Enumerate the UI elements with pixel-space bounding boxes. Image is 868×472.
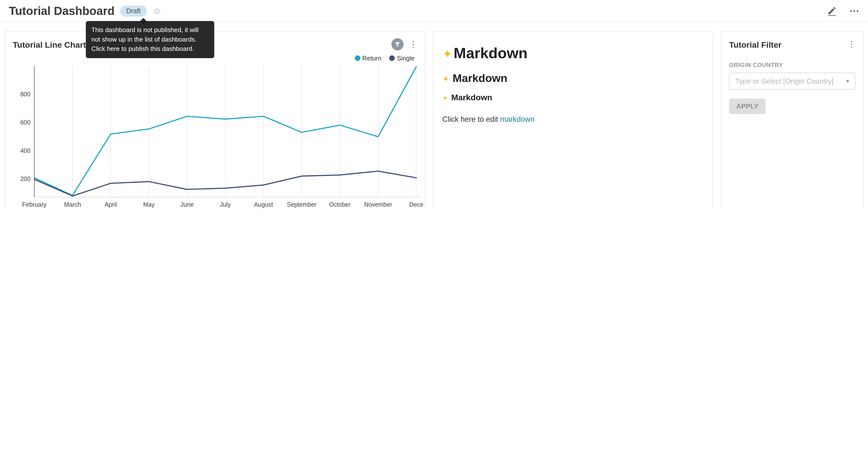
sparkles-icon: ✦ — [442, 47, 453, 61]
svg-text:June: June — [181, 201, 194, 208]
svg-text:September: September — [287, 201, 317, 208]
svg-text:200: 200 — [20, 175, 31, 182]
svg-text:April: April — [105, 201, 117, 208]
markdown-h2: ✦Markdown — [442, 72, 704, 85]
dashboard-page: Tutorial Dashboard Draft ☆ This dashboar… — [0, 0, 868, 209]
chart-kebab-icon[interactable]: ⋮ — [409, 38, 417, 50]
svg-text:March: March — [64, 201, 81, 208]
legend-dot — [389, 55, 395, 61]
markdown-h3: ✦Markdown — [442, 92, 704, 102]
svg-text:800: 800 — [20, 91, 31, 97]
filter-card-header: Tutorial Filter ⋮ — [721, 32, 863, 50]
chart-legend: ReturnSingle — [354, 55, 415, 61]
markdown-h1: ✦Markdown — [442, 45, 704, 62]
legend-item-single[interactable]: Single — [389, 55, 415, 61]
more-actions-icon[interactable] — [849, 6, 859, 16]
origin-country-select[interactable]: Type or Select [Origin Country] ▾ — [729, 72, 855, 90]
header-actions — [827, 6, 859, 16]
select-placeholder: Type or Select [Origin Country] — [735, 77, 834, 85]
markdown-paragraph: Click here to edit markdown — [442, 115, 704, 123]
publish-tooltip[interactable]: This dashboard is not published, it will… — [86, 21, 214, 58]
svg-text:October: October — [329, 201, 351, 208]
line-chart-title: Tutorial Line Chart — [13, 40, 86, 49]
legend-label: Return — [362, 55, 381, 61]
applied-filter-icon[interactable] — [392, 38, 404, 50]
filter-card: Tutorial Filter ⋮ ORIGIN COUNTRY Type or… — [721, 31, 864, 209]
svg-text:Dece: Dece — [409, 201, 424, 208]
line-chart-card: Tutorial Line Chart ⋮ ReturnSingle 20040… — [4, 31, 425, 209]
filter-card-title: Tutorial Filter — [729, 40, 781, 49]
line-chart-card-header: Tutorial Line Chart ⋮ — [5, 32, 425, 50]
legend-item-return[interactable]: Return — [354, 55, 381, 61]
markdown-card: ✦Markdown ✦Markdown ✦Markdown Click here… — [433, 31, 713, 209]
origin-country-label: ORIGIN COUNTRY — [729, 61, 855, 68]
legend-label: Single — [397, 55, 414, 61]
edit-markdown-link[interactable]: markdown — [500, 115, 534, 123]
apply-button[interactable]: APPLY — [729, 98, 766, 114]
svg-text:November: November — [364, 201, 392, 208]
favorite-star-icon[interactable]: ☆ — [153, 6, 161, 16]
svg-text:February: February — [22, 201, 47, 208]
sparkles-icon: ✦ — [442, 74, 449, 83]
edit-icon[interactable] — [827, 6, 837, 16]
svg-text:May: May — [143, 201, 155, 208]
svg-text:August: August — [254, 201, 273, 208]
draft-badge[interactable]: Draft — [120, 5, 147, 17]
page-title: Tutorial Dashboard — [9, 4, 115, 18]
svg-text:600: 600 — [20, 119, 31, 126]
svg-text:400: 400 — [20, 147, 31, 154]
chevron-down-icon: ▾ — [846, 78, 849, 85]
dashboard-header: Tutorial Dashboard Draft ☆ — [0, 0, 868, 22]
sparkles-icon: ✦ — [442, 94, 448, 102]
svg-text:July: July — [220, 201, 231, 208]
legend-dot — [354, 55, 360, 61]
filter-kebab-icon[interactable]: ⋮ — [847, 38, 855, 50]
